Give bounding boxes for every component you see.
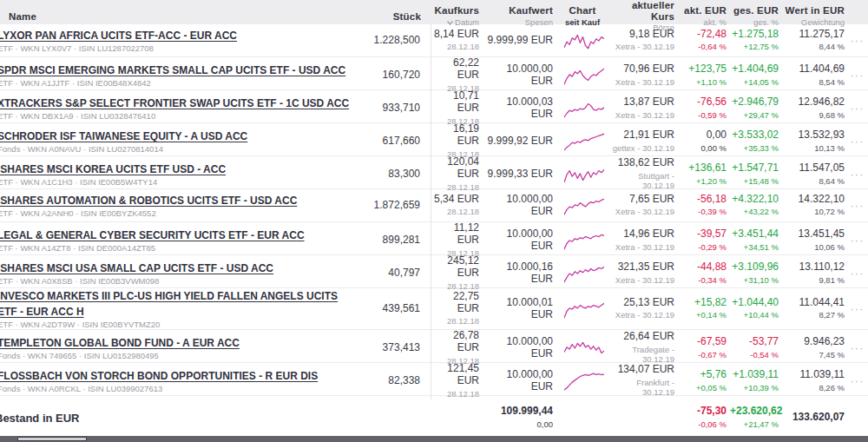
column-sublabel: ges. %: [730, 18, 779, 27]
instrument-link[interactable]: TEMPLETON GLOBAL BOND FUND - A EUR ACC: [0, 337, 240, 349]
totals-label-cell: Bestand in EUR: [0, 410, 362, 426]
sparkline-chart[interactable]: [564, 262, 604, 285]
row-menu-icon[interactable]: ···: [848, 102, 868, 115]
kurs-value: 138,62 EUR: [612, 157, 674, 169]
kaufwert-value: 10.000,00 EUR: [483, 63, 553, 88]
kaufwert-value: 10.000,00 EUR: [483, 194, 553, 218]
column-header-chart[interactable]: Chart seit Kauf: [556, 5, 612, 27]
aktueller-kurs-cell: 25,13 EUR Xetra - 30.12.19: [612, 297, 678, 321]
akt-eur-cell: -72,48 -0,64 %: [678, 29, 730, 53]
wert-cell: 11.275,17 8,44 %: [782, 29, 848, 53]
kaufkurs-cell: 16,19 EUR 28.12.18: [431, 123, 483, 160]
instrument-meta: ETF · WKN A1C1H3 · ISIN IE00B5W4TY14: [0, 178, 358, 188]
chart-cell: [556, 262, 612, 285]
instrument-cell: SPDR MSCI EMERGING MARKETS SMALL CAP UCI…: [0, 62, 362, 89]
totals-ges-eur-cell: +23.620,62 +21,47 %: [730, 406, 782, 430]
ges-eur-cell: +1.275,18 +12,75 %: [730, 29, 782, 53]
stueck-cell: 83,300: [362, 156, 431, 193]
ges-eur-cell: +4.322,10 +43,22 %: [730, 194, 782, 218]
akt-pct-value: -0,59 %: [678, 111, 727, 121]
kurs-value: 21,91 EUR: [612, 129, 674, 142]
instrument-cell: ISHARES AUTOMATION & ROBOTICS UCITS ETF …: [0, 192, 362, 219]
kaufwert-cell: 9.999,33 EUR: [483, 168, 556, 181]
kaufwert-cell: 10.000,03 EUR: [483, 96, 556, 121]
stueck-value: 933,710: [383, 102, 420, 115]
totals-akt-eur: -75,30: [678, 406, 727, 418]
instrument-link[interactable]: FLOSSBACH VON STORCH BOND OPPORTUNITIES …: [0, 370, 318, 382]
instrument-link[interactable]: ISHARES AUTOMATION & ROBOTICS UCITS ETF …: [0, 195, 297, 207]
chart-cell: [556, 229, 612, 252]
ges-pct-value: +34,51 %: [730, 243, 779, 253]
sparkline-chart[interactable]: [564, 337, 604, 360]
kurs-value: 321,35 EUR: [612, 261, 674, 274]
ges-pct-value: -0,54 %: [730, 351, 779, 360]
instrument-meta: Fonds · WKN A0NAVU · ISIN LU0270814014: [0, 145, 358, 155]
chart-cell: [556, 298, 612, 320]
instrument-link[interactable]: LEGAL & GENERAL CYBER SECURITY UCITS ETF…: [0, 229, 305, 241]
kurs-value: 14,96 EUR: [612, 228, 674, 241]
row-menu-icon[interactable]: ···: [848, 168, 868, 181]
row-menu-icon[interactable]: ···: [848, 302, 868, 315]
row-menu-icon[interactable]: ···: [848, 34, 868, 47]
kaufkurs-cell: 121,45 EUR 28.12.18: [431, 363, 483, 399]
sparkline-chart[interactable]: [564, 97, 604, 120]
column-header-name[interactable]: Name: [0, 11, 362, 23]
row-menu-icon[interactable]: ···: [848, 234, 868, 247]
kaufkurs-cell: 8,14 EUR 28.12.18: [431, 29, 483, 53]
sparkline-chart[interactable]: [564, 163, 604, 186]
column-sublabel: akt. %: [678, 18, 727, 27]
kaufwert-cell: 10.000,00 EUR: [483, 194, 556, 218]
instrument-link[interactable]: SCHRODER ISF TAIWANESE EQUITY - A USD AC…: [0, 130, 247, 142]
stueck-value: 1.872,659: [374, 200, 420, 212]
horizontal-scrollbar-thumb[interactable]: [17, 437, 87, 441]
stueck-cell: 40,797: [362, 255, 431, 292]
row-menu-icon[interactable]: ···: [848, 135, 868, 148]
instrument-link[interactable]: XTRACKERS S&P SELECT FRONTIER SWAP UCITS…: [0, 97, 349, 109]
instrument-link[interactable]: LYXOR PAN AFRICA UCITS ETF-ACC - EUR ACC: [0, 30, 237, 42]
instrument-meta: ETF · WKN A2ANH0 · ISIN IE00BYZK4552: [0, 209, 358, 219]
instrument-link[interactable]: INVESCO MARKETS III PLC-US HIGH YIELD FA…: [0, 290, 338, 318]
column-header-kaufwert[interactable]: Kaufwert Spesen: [483, 5, 556, 27]
totals-kaufwert: 109.999,44: [483, 406, 553, 418]
row-menu-icon[interactable]: ···: [848, 374, 868, 387]
instrument-link[interactable]: ISHARES MSCI KOREA UCITS ETF USD - ACC: [0, 163, 226, 175]
wert-value: 13.451,45: [782, 228, 845, 241]
sparkline-chart[interactable]: [564, 30, 604, 52]
column-header-ges-eur[interactable]: ges. EUR ges. %: [730, 5, 782, 27]
totals-row: Bestand in EUR 109.999,44 0,00 -75,30 -0…: [0, 399, 868, 438]
instrument-link[interactable]: SPDR MSCI EMERGING MARKETS SMALL CAP UCI…: [0, 64, 345, 76]
sparkline-chart[interactable]: [564, 370, 604, 393]
instrument-meta: ETF · WKN A14ZT8 · ISIN DE000A14ZT85: [0, 244, 358, 254]
row-menu-icon[interactable]: ···: [848, 199, 868, 212]
totals-ges-eur: +23.620,62: [730, 406, 779, 418]
instrument-link[interactable]: ISHARES MSCI USA SMALL CAP UCITS ETF - U…: [0, 262, 273, 274]
sparkline-chart[interactable]: [564, 298, 604, 320]
table-row: ISHARES MSCI KOREA UCITS ETF USD - ACC E…: [0, 156, 868, 189]
ges-eur-value: +2.946,79: [730, 96, 779, 109]
column-label: Name: [9, 11, 358, 23]
column-header-wert[interactable]: Wert in EUR Gewichtung: [782, 5, 848, 27]
column-header-akt-eur[interactable]: akt. EUR akt. %: [678, 5, 730, 27]
boerse-datum: Xetra - 30.12.19: [612, 111, 674, 121]
table-body: LYXOR PAN AFRICA UCITS ETF-ACC - EUR ACC…: [0, 24, 868, 396]
boerse-datum: Tradegate - 30.12.19: [612, 346, 674, 365]
sparkline-chart[interactable]: [564, 130, 604, 153]
wert-value: 14.322,10: [782, 194, 845, 206]
row-menu-icon[interactable]: ···: [848, 341, 868, 354]
horizontal-scrollbar-track[interactable]: [0, 436, 868, 442]
sparkline-chart[interactable]: [564, 195, 604, 217]
column-header-kaufkurs[interactable]: Kaufkurs Datum: [431, 5, 483, 27]
sparkline-chart[interactable]: [564, 64, 604, 87]
column-header-stueck[interactable]: Stück: [362, 11, 431, 23]
ges-eur-value: +3.451,44: [730, 228, 779, 241]
wert-cell: 12.946,82 9,68 %: [782, 96, 848, 121]
gewichtung-value: 8,54 %: [782, 78, 845, 88]
row-menu-icon[interactable]: ···: [848, 267, 868, 280]
stueck-value: 899,281: [383, 234, 420, 247]
column-label: akt. EUR: [678, 5, 727, 16]
chart-cell: [556, 130, 612, 153]
ges-pct-value: +35,33 %: [730, 144, 779, 154]
wert-value: 11.039,11: [782, 369, 845, 381]
sparkline-chart[interactable]: [564, 229, 604, 252]
row-menu-icon[interactable]: ···: [848, 69, 868, 82]
